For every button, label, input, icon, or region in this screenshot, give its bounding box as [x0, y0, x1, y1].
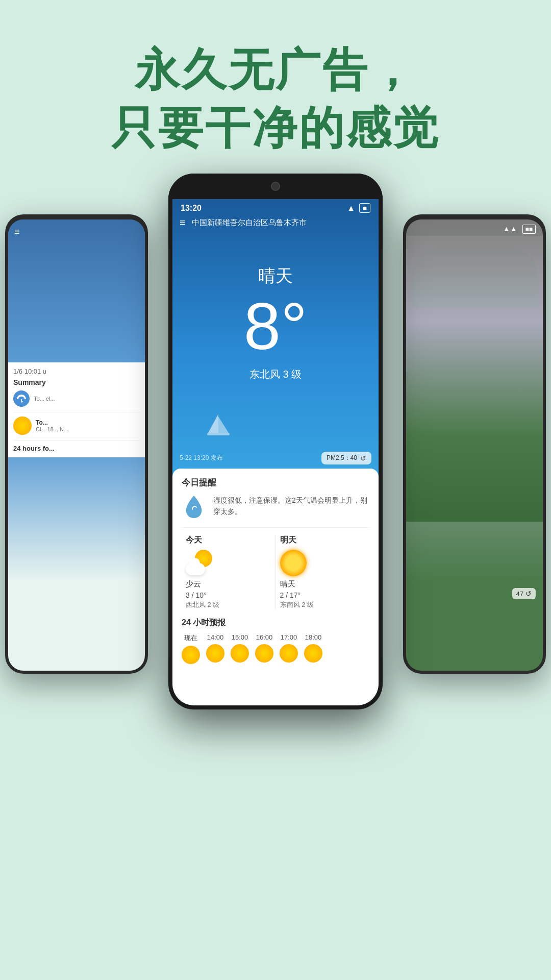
forecast-today: 今天 少云 3 / 10° 西北风 2 级 — [182, 535, 276, 609]
right-wifi-icon: ▲▲ — [503, 225, 517, 234]
tomorrow-condition: 晴天 — [280, 579, 366, 589]
phone-left-screen: ≡ 1/6 10:01 u Summary To... el... To... … — [8, 219, 145, 671]
left-umbrella-text: To... el... — [34, 396, 55, 402]
phone-center: 13:20 ▲ ■ ≡ 中国新疆维吾尔自治区乌鲁木齐市 晴天 8° 东北风 3 … — [168, 174, 383, 709]
tomorrow-weather-icon — [280, 550, 307, 576]
tomorrow-temps: 2 / 17° — [280, 591, 366, 599]
svg-rect-3 — [207, 433, 230, 435]
refresh-icon[interactable]: ↺ — [360, 454, 366, 462]
svg-marker-2 — [218, 416, 229, 433]
phone-left: ≡ 1/6 10:01 u Summary To... el... To... … — [5, 214, 148, 674]
phones-area: ≡ 1/6 10:01 u Summary To... el... To... … — [0, 174, 551, 980]
wifi-icon: ▲ — [347, 204, 355, 213]
weather-condition: 晴天 — [183, 264, 368, 288]
left-summary-label: Summary — [13, 378, 140, 386]
today-wind: 西北风 2 级 — [186, 600, 271, 609]
right-battery-icon: ■■ — [522, 225, 536, 234]
status-time: 13:20 — [181, 204, 202, 213]
tomorrow-label: 明天 — [280, 535, 366, 546]
right-refresh-icon: ↺ — [525, 590, 532, 598]
hour-1700: 17:00 — [280, 633, 298, 664]
today-weather-icon — [186, 550, 212, 576]
forecast-24h-row: 现在 14:00 15:00 16:00 — [182, 633, 369, 664]
left-today-subtext: Cl... 18... N... — [36, 426, 68, 432]
tomorrow-wind: 东南风 2 级 — [280, 600, 366, 609]
hour-1600-icon — [255, 644, 273, 663]
location-label: 中国新疆维吾尔自治区乌鲁木齐市 — [192, 218, 307, 228]
heading-area: 永久无广告， 只要干净的感觉 — [0, 0, 551, 178]
reminder-title: 今日提醒 — [182, 477, 369, 488]
weather-main: 晴天 8° 东北风 3 级 — [172, 234, 379, 397]
pm-badge: PM2.5：40 ↺ — [321, 452, 371, 464]
water-drop-icon — [182, 495, 206, 519]
pm-value: PM2.5：40 — [327, 454, 357, 462]
forecast-tomorrow: 明天 晴天 2 / 17° 东南风 2 级 — [276, 535, 370, 609]
today-condition: 少云 — [186, 579, 271, 589]
left-umbrella-icon — [13, 390, 30, 407]
reminder-content: 湿度很低，注意保湿。这2天气温会明显上升，别穿太多。 — [182, 495, 369, 519]
left-menu-icon: ≡ — [14, 227, 139, 237]
hour-1400-icon — [206, 644, 224, 663]
hour-1500-icon — [231, 644, 249, 663]
today-temps: 3 / 10° — [186, 591, 271, 599]
forecast-row: 今天 少云 3 / 10° 西北风 2 级 明天 — [182, 527, 369, 609]
hour-1800-icon — [304, 644, 322, 663]
heading-line2: 只要干净的感觉 — [0, 99, 551, 157]
battery-icon: ■ — [359, 203, 370, 213]
sailboat-decoration — [172, 407, 379, 448]
hour-1800: 18:00 — [304, 633, 322, 664]
status-icons: ▲ ■ — [347, 203, 370, 213]
hour-1600: 16:00 — [255, 633, 273, 664]
right-status-bar: ▲▲ ■■ — [406, 219, 543, 236]
phone-right-screen: ▲▲ ■■ 47 ↺ — [406, 219, 543, 671]
left-sun-icon — [13, 416, 32, 435]
weather-wind: 东北风 3 级 — [183, 368, 368, 381]
hour-now: 现在 — [182, 633, 200, 664]
white-card: 今日提醒 湿度很低，注意保湿。这2天气温会明显上升，别穿太多。 — [172, 469, 379, 705]
left-date: 1/6 10:01 u — [13, 368, 140, 375]
sailboat-icon — [203, 411, 234, 448]
hour-now-icon — [182, 646, 200, 664]
heading-line1: 永久无广告， — [0, 41, 551, 99]
phone-right: ▲▲ ■■ 47 ↺ — [403, 214, 546, 674]
forecast-24h-title: 24 小时预报 — [182, 618, 369, 628]
front-camera — [271, 182, 280, 191]
phone-screen: 13:20 ▲ ■ ≡ 中国新疆维吾尔自治区乌鲁木齐市 晴天 8° 东北风 3 … — [172, 199, 379, 705]
status-bar: 13:20 ▲ ■ — [172, 199, 379, 215]
phone-notch — [168, 174, 383, 199]
publish-time: 5-22 13:20 发布 — [180, 454, 223, 462]
app-header: ≡ 中国新疆维吾尔自治区乌鲁木齐市 — [172, 215, 379, 234]
left-today-label: To... — [36, 419, 68, 426]
hour-1400: 14:00 — [206, 633, 224, 664]
svg-marker-1 — [208, 414, 218, 433]
left-24h-label: 24 hours fo... — [13, 440, 140, 452]
screen-content: 13:20 ▲ ■ ≡ 中国新疆维吾尔自治区乌鲁木齐市 晴天 8° 东北风 3 … — [172, 199, 379, 705]
bottom-info-bar: 5-22 13:20 发布 PM2.5：40 ↺ — [172, 448, 379, 469]
right-pm-badge: 47 ↺ — [512, 588, 536, 599]
weather-temperature: 8° — [183, 293, 368, 359]
today-label: 今天 — [186, 535, 271, 546]
reminder-text: 湿度很低，注意保湿。这2天气温会明显上升，别穿太多。 — [213, 495, 369, 518]
hour-1700-icon — [280, 644, 298, 663]
hour-1500: 15:00 — [231, 633, 249, 664]
hamburger-menu-icon[interactable]: ≡ — [180, 217, 186, 229]
